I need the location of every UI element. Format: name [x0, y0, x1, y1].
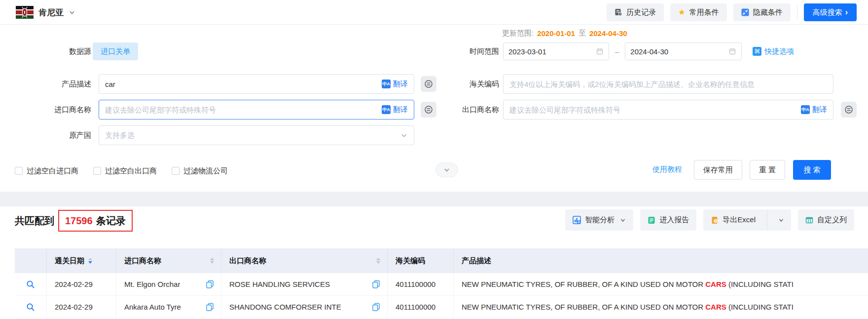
customize-columns-label: 自定义列 — [817, 215, 847, 225]
collapse-icon — [741, 8, 749, 16]
sort-control[interactable] — [88, 258, 92, 264]
copy-icon[interactable] — [206, 303, 214, 311]
hs-code-input[interactable] — [509, 80, 827, 88]
enter-report-button[interactable]: 进入报告 — [640, 209, 696, 231]
copy-icon[interactable] — [372, 280, 380, 288]
clearance-date: 2024-02-29 — [55, 280, 93, 288]
chevron-down-icon — [69, 9, 75, 16]
results-table: 通关日期 进口商名称 出口商名称 海关编码 产品描述 — [15, 248, 868, 319]
history-icon — [615, 8, 622, 16]
importer-input[interactable] — [105, 106, 378, 114]
checkbox-icon — [93, 167, 101, 175]
tutorial-link[interactable]: 使用教程 — [652, 165, 682, 174]
origin-label: 原产国 — [0, 125, 91, 145]
importer-name: Ankara Auto Tyre — [124, 303, 181, 311]
header-product-desc: 产品描述 — [454, 248, 868, 273]
header-exporter: 出口商名称 — [221, 248, 388, 273]
exporter-input[interactable] — [509, 106, 797, 114]
copy-icon[interactable] — [372, 303, 380, 311]
translate-button[interactable]: 中A 翻译 — [382, 105, 408, 115]
hs-code-value: 4011100000 — [396, 303, 435, 311]
customize-columns-button[interactable]: 自定义列 — [798, 209, 854, 231]
hs-code-label: 海关编码 — [424, 74, 499, 94]
copy-icon[interactable] — [206, 280, 214, 288]
chevron-right-icon: › — [845, 8, 848, 16]
checkbox-label: 过滤空白出口商 — [105, 166, 157, 176]
view-detail-button[interactable] — [26, 303, 35, 312]
topbar-actions: 历史记录 ★ 常用条件 隐藏条件 高级搜索 › — [607, 3, 857, 21]
date-range-dash: – — [615, 47, 619, 56]
favorites-button[interactable]: ★ 常用条件 — [670, 3, 726, 21]
match-prefix: 共匹配到 — [15, 214, 54, 228]
exporter-label: 出口商名称 — [424, 100, 499, 120]
hide-conditions-button[interactable]: 隐藏条件 — [733, 3, 791, 21]
filter-checkbox-row: 过滤空白进口商 过滤空白出口商 过滤物流公司 — [15, 163, 228, 179]
bi-analysis-icon: BI — [573, 216, 581, 224]
export-excel-action[interactable]: 导出Excel — [703, 209, 763, 231]
favorites-label: 常用条件 — [689, 8, 719, 17]
date-end-value: 2024-04-30 — [630, 47, 668, 56]
export-options-dropdown[interactable] — [771, 209, 791, 231]
sort-control[interactable] — [210, 258, 214, 264]
divider — [797, 5, 797, 20]
table-row: 2024-02-29 Mt. Elgon Orchar ROSE HANDLIN… — [15, 273, 868, 296]
sort-control[interactable] — [376, 258, 380, 264]
trade-data-search-page: 肯尼亚 历史记录 ★ 常用条件 — [0, 0, 868, 319]
checkbox-label: 过滤物流公司 — [183, 166, 228, 176]
calendar-icon — [596, 47, 604, 55]
update-range-to: 至 — [579, 29, 586, 38]
filter-blank-exporter-checkbox[interactable]: 过滤空白出口商 — [93, 166, 157, 176]
origin-placeholder: 支持多选 — [105, 131, 135, 140]
advanced-search-button[interactable]: 高级搜索 › — [804, 3, 857, 21]
quick-options-label: 快捷选项 — [764, 47, 794, 56]
data-source-tab-import[interactable]: 进口关单 — [93, 42, 138, 60]
synonym-expand-button[interactable] — [841, 102, 857, 118]
country-selector[interactable]: 肯尼亚 — [16, 0, 75, 25]
date-end-input[interactable]: 2024-04-30 — [625, 42, 742, 60]
product-desc-input[interactable] — [105, 80, 378, 88]
exporter-name: ROSE HANDLING SERVICES — [229, 280, 330, 288]
filter-blank-importer-checkbox[interactable]: 过滤空白进口商 — [15, 166, 78, 176]
update-range-end: 2024-04-30 — [589, 29, 627, 38]
search-button[interactable]: 搜 索 — [793, 160, 831, 180]
date-start-input[interactable]: 2023-03-01 — [503, 42, 609, 60]
quick-options-link[interactable]: ⌘ 快捷选项 — [753, 47, 794, 56]
view-detail-button[interactable] — [26, 280, 35, 289]
translate-label: 翻译 — [393, 80, 408, 89]
filter-logistics-checkbox[interactable]: 过滤物流公司 — [172, 166, 228, 176]
checkbox-icon — [15, 167, 23, 175]
report-icon — [648, 216, 655, 224]
header-detail-column — [15, 248, 47, 273]
importer-name: Mt. Elgon Orchar — [124, 280, 180, 288]
chevron-down-icon — [400, 131, 408, 139]
advanced-search-label: 高级搜索 — [813, 8, 842, 17]
product-desc-label: 产品描述 — [0, 74, 91, 94]
origin-select[interactable]: 支持多选 — [99, 125, 414, 145]
match-suffix: 条记录 — [96, 214, 126, 228]
save-favorite-button[interactable]: 保存常用 — [694, 160, 742, 180]
match-count-highlight-box: 17596 条记录 — [58, 210, 133, 232]
kenya-flag-icon — [16, 6, 34, 19]
data-source-label: 数据源 — [0, 42, 91, 60]
collapse-form-button[interactable] — [435, 162, 458, 177]
history-button[interactable]: 历史记录 — [607, 3, 664, 21]
translate-icon: 中A — [801, 105, 810, 114]
translate-label: 翻译 — [393, 105, 408, 115]
star-icon: ★ — [678, 8, 685, 16]
smart-analysis-button[interactable]: BI 智能分析 — [565, 209, 633, 231]
hs-code-value: 4011100000 — [396, 280, 435, 288]
product-description: NEW PNEUMATIC TYRES, OF RUBBER, OF A KIN… — [454, 296, 868, 318]
translate-icon: 中A — [382, 80, 391, 88]
reset-button[interactable]: 重 置 — [750, 160, 785, 180]
product-desc-field: 中A 翻译 — [99, 74, 414, 94]
divider — [767, 209, 767, 231]
translate-button[interactable]: 中A 翻译 — [801, 105, 827, 115]
update-range-start: 2020-01-01 — [537, 29, 575, 38]
country-name: 肯尼亚 — [38, 7, 64, 18]
translate-button[interactable]: 中A 翻译 — [382, 80, 408, 89]
keyword-highlight: CARS — [705, 280, 726, 288]
chevron-down-icon — [620, 217, 626, 223]
smart-analysis-label: 智能分析 — [585, 215, 615, 225]
calendar-icon — [728, 47, 736, 55]
importer-label: 进口商名称 — [0, 100, 91, 120]
